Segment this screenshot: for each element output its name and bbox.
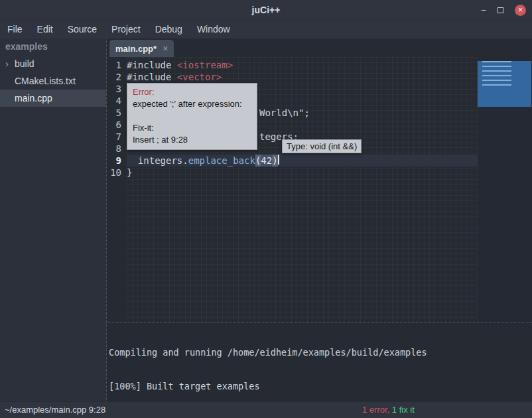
file-location: ~/examples/main.cpp 9:28 <box>5 402 105 418</box>
line-number: 1 <box>107 59 121 71</box>
tab-close-icon[interactable]: × <box>163 44 168 53</box>
selected-argument: 42 <box>261 155 272 167</box>
tree-item-label: main.cpp <box>15 93 52 104</box>
main-pane: main.cpp* × 1 #include <iostream> 2 #inc… <box>106 38 532 401</box>
code-line: 10 } <box>107 167 478 178</box>
code-text: integers. <box>127 155 188 167</box>
menu-file[interactable]: File <box>0 21 30 38</box>
code-editor[interactable]: 1 #include <iostream> 2 #include <vector… <box>107 57 532 322</box>
line-number: 8 <box>107 143 121 155</box>
tab-label: main.cpp* <box>115 44 157 54</box>
file-tree-panel: examples › build CMakeLists.txt main.cpp <box>0 38 106 401</box>
error-tooltip-message: expected ';' after expression: <box>133 98 251 110</box>
tree-item-label: CMakeLists.txt <box>15 76 76 86</box>
bracket-open: ( <box>255 155 261 167</box>
menu-edit[interactable]: Edit <box>30 21 60 38</box>
tree-item-main-cpp[interactable]: main.cpp <box>0 90 106 107</box>
menu-debug[interactable]: Debug <box>148 21 190 38</box>
output-line: Compiling and running /home/eidheim/exam… <box>109 347 532 358</box>
chevron-right-icon[interactable]: › <box>5 59 15 68</box>
code-text: #include <box>127 59 177 71</box>
code-line-current: 9 integers. emplace_back ( 42 ) <box>107 155 478 167</box>
project-name: examples <box>0 38 106 55</box>
code-line: 2 #include <vector> <box>107 71 478 83</box>
text-cursor <box>278 155 279 165</box>
menu-source[interactable]: Source <box>60 21 104 38</box>
diagnostics-summary: 1 error, 1 fix it <box>362 402 415 418</box>
type-tooltip: Type: void (int &&) <box>282 139 362 153</box>
code-text: emplace_back <box>188 155 255 167</box>
minimize-button[interactable]: − <box>481 5 486 15</box>
error-tooltip-title: Error: <box>133 86 251 98</box>
tree-item-label: build <box>15 58 34 69</box>
tree-item-cmakelists[interactable]: CMakeLists.txt <box>0 72 106 90</box>
minimap[interactable] <box>478 61 531 107</box>
menu-window[interactable]: Window <box>190 21 237 38</box>
code-text: World\n"; <box>259 107 310 119</box>
output-line: [100%] Built target examples <box>109 381 532 392</box>
overview-strip <box>478 57 532 322</box>
code-text: <iostream> <box>177 59 233 71</box>
line-number: 7 <box>107 131 121 143</box>
fixit-tooltip-message: Insert ; at 9:28 <box>133 134 251 146</box>
code-text: #include <box>127 71 177 83</box>
line-number: 5 <box>107 107 121 119</box>
line-number: 2 <box>107 71 121 83</box>
line-number: 3 <box>107 83 121 95</box>
diagnostics-separator: , <box>387 405 392 415</box>
fixit-count: 1 fix it <box>392 405 415 415</box>
code-text: } <box>127 167 132 178</box>
menubar: File Edit Source Project Debug Window <box>0 20 532 38</box>
code-text: <vector> <box>177 71 222 83</box>
minimap-content <box>482 61 511 89</box>
error-tooltip: Error: expected ';' after expression: Fi… <box>127 83 257 150</box>
tab-main-cpp[interactable]: main.cpp* × <box>109 40 174 57</box>
statusbar: ~/examples/main.cpp 9:28 1 error, 1 fix … <box>0 401 532 418</box>
maximize-button[interactable] <box>498 7 503 13</box>
error-tooltip-spacer <box>133 110 251 122</box>
bracket-close: ) <box>272 155 277 167</box>
output-panel[interactable]: Compiling and running /home/eidheim/exam… <box>107 322 532 401</box>
window-controls: − × <box>481 0 526 20</box>
fixit-tooltip-title: Fix-it: <box>133 122 251 134</box>
window-title: juCi++ <box>0 0 532 20</box>
titlebar: juCi++ − × <box>0 0 532 20</box>
line-number: 10 <box>107 167 121 178</box>
line-number: 4 <box>107 95 121 107</box>
line-number: 9 <box>107 155 121 167</box>
error-count: 1 error <box>362 405 387 415</box>
tree-item-build[interactable]: › build <box>0 55 106 72</box>
tabbar: main.cpp* × <box>107 38 532 57</box>
menu-project[interactable]: Project <box>104 21 148 38</box>
close-button[interactable]: × <box>515 5 526 16</box>
code-line: 1 #include <iostream> <box>107 59 478 71</box>
line-number: 6 <box>107 119 121 131</box>
